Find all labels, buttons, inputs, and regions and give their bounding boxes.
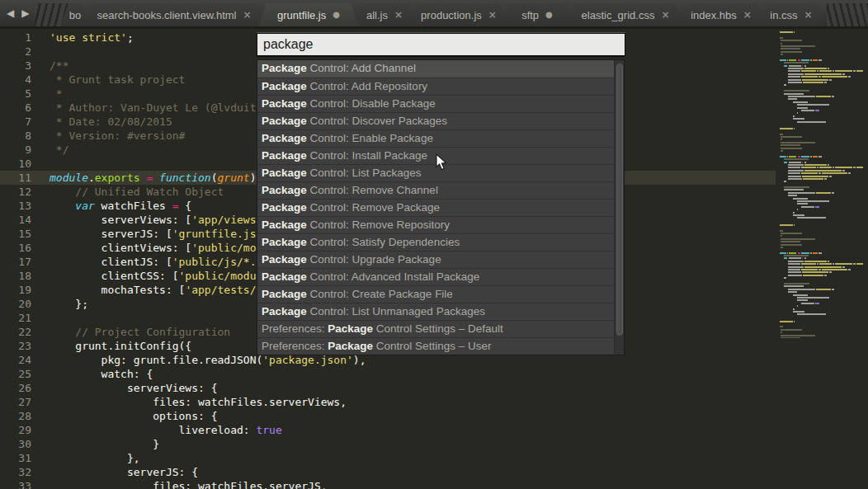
palette-item[interactable]: Package Control: Create Package File — [257, 285, 624, 303]
close-icon[interactable]: × — [661, 10, 669, 20]
close-icon[interactable]: × — [743, 10, 752, 20]
line-text: var watchFiles = { — [31, 200, 191, 212]
palette-item[interactable]: Package Control: Install Package — [257, 147, 624, 164]
palette-item[interactable]: Preferences: Package Control Settings – … — [257, 320, 624, 337]
tab-label: production.js — [421, 9, 482, 21]
code-line-30[interactable]: 30 } — [0, 437, 776, 451]
tab-label: gruntfile.js — [277, 9, 326, 21]
tab-gruntfile.js[interactable]: gruntfile.js● — [258, 3, 359, 26]
palette-item[interactable]: Package Control: Remove Channel — [257, 181, 624, 199]
command-palette-input[interactable] — [257, 33, 625, 56]
line-text: serverJS: { — [31, 466, 198, 478]
palette-item[interactable]: Package Control: List Unmanaged Packages — [257, 303, 624, 320]
sublime-window: ◀ ▶ bosearch-books.client.view.html×grun… — [0, 0, 868, 489]
close-icon[interactable]: × — [243, 10, 252, 20]
line-text: * Grunt task project — [31, 73, 185, 86]
line-number: 2 — [0, 45, 31, 59]
line-number: 17 — [0, 255, 31, 269]
code-line-32[interactable]: 32 serverJS: { — [0, 465, 776, 479]
tab-index.hbs[interactable]: index.hbs× — [678, 3, 764, 26]
line-number: 4 — [0, 73, 31, 87]
nav-forward-icon[interactable]: ▶ — [21, 7, 29, 19]
line-text: /** — [31, 59, 68, 72]
tab-sftp[interactable]: sftp● — [502, 3, 573, 26]
line-number: 27 — [0, 395, 31, 409]
line-text: files: watchFiles.serverViews, — [31, 396, 347, 408]
line-number: 19 — [0, 283, 31, 297]
collapsed-tabs-right — [827, 3, 868, 26]
tab-label: sftp — [521, 9, 539, 21]
palette-item[interactable]: Package Control: Remove Package — [257, 199, 624, 216]
line-number: 20 — [0, 297, 31, 311]
line-text: }, — [31, 452, 140, 464]
palette-scrollbar-thumb[interactable] — [616, 63, 623, 336]
line-text: watch: { — [31, 368, 153, 380]
dirty-dot-icon: ● — [333, 11, 340, 19]
tab-in.css[interactable]: in.css× — [758, 3, 824, 26]
line-number: 28 — [0, 409, 31, 423]
close-icon[interactable]: × — [394, 10, 403, 20]
line-text: * — [31, 87, 63, 100]
line-number: 5 — [0, 87, 31, 101]
tab-label: all.js — [366, 9, 388, 21]
palette-item[interactable]: Package Control: Disable Package — [257, 95, 624, 112]
line-number: 9 — [0, 143, 31, 157]
line-number: 1 — [0, 31, 31, 45]
line-text: livereload: true — [31, 424, 282, 436]
line-text — [31, 158, 50, 170]
code-line-26[interactable]: 26 serverViews: { — [0, 381, 776, 395]
code-line-29[interactable]: 29 livereload: true — [0, 423, 776, 437]
line-number: 30 — [0, 437, 31, 451]
line-text: // Unified Watch Object — [31, 186, 224, 198]
close-icon[interactable]: × — [804, 10, 813, 20]
line-text: options: { — [31, 410, 218, 422]
close-icon[interactable]: × — [488, 10, 497, 20]
palette-item[interactable]: Package Control: Advanced Install Packag… — [257, 268, 624, 285]
line-number: 25 — [0, 367, 31, 381]
code-line-33[interactable]: 33 files: watchFiles.serverJS, — [0, 479, 776, 489]
command-palette: Package Control: Add ChannelPackage Cont… — [257, 33, 625, 355]
line-number: 32 — [0, 465, 31, 479]
tab-label: in.css — [770, 9, 797, 21]
palette-scrollbar-track[interactable] — [614, 60, 624, 355]
line-number: 8 — [0, 129, 31, 143]
line-text: // Project Configuration — [31, 326, 230, 338]
palette-item[interactable]: Package Control: Enable Package — [257, 129, 624, 147]
palette-item[interactable]: Package Control: Satisfy Dependencies — [257, 233, 624, 251]
tab-bar: ◀ ▶ bosearch-books.client.view.html×grun… — [0, 0, 868, 29]
line-text: * Version: #version# — [31, 129, 185, 142]
minimap[interactable] — [780, 31, 863, 338]
line-number: 14 — [0, 213, 31, 227]
code-line-31[interactable]: 31 }, — [0, 451, 776, 465]
line-text: }; — [31, 298, 88, 310]
tab-strip: bosearch-books.client.view.html×gruntfil… — [66, 3, 824, 26]
palette-item[interactable]: Package Control: Add Repository — [257, 78, 624, 95]
tab-production.js[interactable]: production.js× — [410, 3, 507, 26]
tab-label: elastic_grid.css — [582, 9, 655, 21]
line-text — [31, 312, 50, 324]
palette-item[interactable]: Package Control: Add Channel — [257, 60, 624, 78]
line-number: 31 — [0, 451, 31, 465]
tab-search-books.client.view.html[interactable]: search-books.client.view.html× — [84, 3, 264, 26]
code-line-27[interactable]: 27 files: watchFiles.serverViews, — [0, 395, 776, 409]
palette-item[interactable]: Package Control: Remove Repository — [257, 216, 624, 233]
palette-item[interactable]: Package Control: List Packages — [257, 164, 624, 181]
code-line-25[interactable]: 25 watch: { — [0, 367, 776, 381]
line-text: pkg: grunt.file.readJSON('package.json')… — [31, 354, 366, 366]
tab-all.js[interactable]: all.js× — [353, 3, 416, 26]
line-number: 29 — [0, 423, 31, 437]
tab-label: index.hbs — [691, 9, 737, 21]
code-line-28[interactable]: 28 options: { — [0, 409, 776, 423]
line-number: 15 — [0, 227, 31, 241]
nav-back-icon[interactable]: ◀ — [7, 7, 14, 19]
line-number: 7 — [0, 115, 31, 129]
line-number: 13 — [0, 199, 31, 213]
line-number: 23 — [0, 339, 31, 353]
dirty-dot-icon: ● — [545, 11, 553, 19]
palette-item[interactable]: Preferences: Package Control Settings – … — [257, 337, 624, 355]
line-number: 26 — [0, 381, 31, 395]
palette-item[interactable]: Package Control: Discover Packages — [257, 112, 624, 129]
palette-item[interactable]: Package Control: Upgrade Package — [257, 251, 624, 268]
tab-elastic-grid.css[interactable]: elastic_grid.css× — [567, 3, 684, 26]
line-number: 10 — [0, 157, 31, 171]
